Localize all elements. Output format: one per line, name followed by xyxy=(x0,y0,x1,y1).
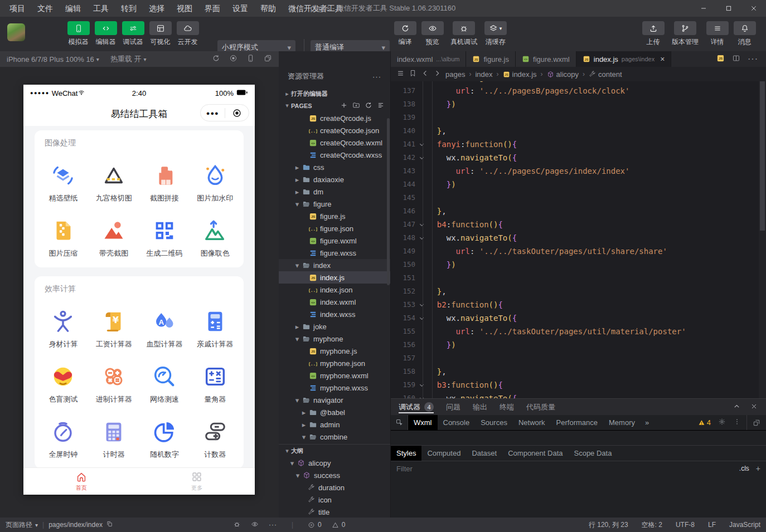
app-item-pick[interactable]: 图像取色 xyxy=(190,218,240,258)
tree-item-navigator[interactable]: ▾navigator xyxy=(279,394,390,406)
action-button-layers[interactable]: ▾清缓存 xyxy=(482,21,509,47)
tree-item-figure.js[interactable]: JSfigure.js xyxy=(279,210,390,222)
devtools-settings-button[interactable] xyxy=(718,418,726,427)
fold-toggle-icon[interactable] xyxy=(415,392,428,398)
tree-item-myphone.json[interactable]: {..}myphone.json xyxy=(279,357,390,369)
tree-item-myphone.wxml[interactable]: <>myphone.wxml xyxy=(279,369,390,382)
fold-toggle-icon[interactable] xyxy=(415,151,428,164)
app-item-water[interactable]: 图片加水印 xyxy=(190,163,240,203)
line-number[interactable]: 141 xyxy=(391,138,415,151)
code-editor[interactable]: 136 wx.navigateTo({137 url: '../../pages… xyxy=(391,81,766,398)
restart-button[interactable] xyxy=(212,54,220,64)
menubar-item[interactable]: 视图 xyxy=(171,0,198,17)
explorer-scrollbar[interactable] xyxy=(387,118,390,285)
outline-item-title[interactable]: title xyxy=(279,506,390,518)
menubar-item[interactable]: 工具 xyxy=(87,0,115,17)
tree-item-index[interactable]: ▾index xyxy=(279,259,390,271)
menubar-item[interactable]: 界面 xyxy=(198,0,226,17)
app-item-count[interactable]: 计数器 xyxy=(190,419,240,460)
app-item-shell[interactable]: 带壳截图 xyxy=(89,218,139,258)
line-number[interactable]: 152 xyxy=(391,285,415,298)
add-style-button[interactable]: + xyxy=(756,464,760,473)
warning-counter[interactable]: 0 xyxy=(332,521,346,529)
outline-toggle-icon[interactable] xyxy=(396,69,405,79)
tree-item-@babel[interactable]: ▸@babel xyxy=(279,406,390,418)
breadcrumb-item-index[interactable]: index xyxy=(475,70,492,79)
breadcrumb-item-content[interactable]: content xyxy=(589,70,622,79)
tree-item-joke[interactable]: ▸joke xyxy=(279,320,390,333)
tree-item-figure.json[interactable]: {..}figure.json xyxy=(279,222,390,235)
debugger-tab-代码质量[interactable]: 代码质量 xyxy=(526,399,555,415)
app-item-salary[interactable]: ¥工资计算器 xyxy=(89,309,139,349)
breadcrumb-item-index.js[interactable]: JSindex.js xyxy=(503,70,537,79)
open-editors-section[interactable]: ▸ 打开的编辑器 xyxy=(279,88,390,100)
tree-item-index.json[interactable]: {..}index.json xyxy=(279,284,390,296)
tree-item-figure.wxml[interactable]: <>figure.wxml xyxy=(279,235,390,247)
close-tab-icon[interactable]: × xyxy=(660,55,665,64)
outline-item-icon[interactable]: icon xyxy=(279,494,390,506)
tree-item-myphone.wxss[interactable]: myphone.wxss xyxy=(279,382,390,394)
app-item-timer[interactable]: 计时器 xyxy=(89,419,139,460)
line-number[interactable]: 160 xyxy=(391,392,415,398)
line-number[interactable]: 154 xyxy=(391,311,415,325)
menubar-item[interactable]: 项目 xyxy=(3,0,31,17)
line-number[interactable]: 147 xyxy=(391,218,415,231)
app-item-zip[interactable]: 图片压缩 xyxy=(38,218,89,258)
app-item-blind[interactable]: 色盲测试 xyxy=(38,364,89,404)
line-number[interactable]: 143 xyxy=(391,164,415,178)
action-button-upload[interactable]: 上传 xyxy=(639,21,667,47)
detach-button[interactable] xyxy=(264,54,272,64)
line-number[interactable]: 159 xyxy=(391,378,415,392)
menubar-item[interactable]: 设置 xyxy=(226,0,254,17)
popout-devtools-button[interactable] xyxy=(746,415,766,430)
navigate-back-icon[interactable] xyxy=(421,69,429,79)
tree-item-myphone.js[interactable]: JSmyphone.js xyxy=(279,345,390,357)
menubar-item[interactable]: 选择 xyxy=(143,0,171,17)
hot-reload-toggle[interactable]: 热重载 开▾ xyxy=(110,54,147,64)
page-path-select[interactable]: 页面路径▾ xyxy=(6,520,38,530)
line-number[interactable]: 142 xyxy=(391,151,415,164)
line-number[interactable]: 157 xyxy=(391,352,415,365)
app-item-rel[interactable]: 亲戚计算器 xyxy=(190,309,240,349)
debugger-tab-输出[interactable]: 输出 xyxy=(473,399,487,415)
tree-item-css[interactable]: ▸css xyxy=(279,161,390,173)
line-number[interactable]: 155 xyxy=(391,325,415,338)
line-number[interactable]: 158 xyxy=(391,365,415,378)
mode-button-sliders[interactable]: 调试器 xyxy=(119,21,147,47)
devtools-tab-Network[interactable]: Network xyxy=(513,415,551,430)
filter-input[interactable]: Filter xyxy=(396,465,413,473)
encoding-indicator[interactable]: UTF-8 xyxy=(676,521,695,529)
styles-tab-Styles[interactable]: Styles xyxy=(391,446,421,461)
styles-tab-Computed[interactable]: Computed xyxy=(421,446,466,461)
indentation-indicator[interactable]: 空格: 2 xyxy=(642,520,662,530)
pages-root-section[interactable]: ▾ PAGES xyxy=(279,100,390,111)
tree-item-createQrcode.wxml[interactable]: <>createQrcode.wxml xyxy=(279,136,390,149)
tree-item-index.wxml[interactable]: <>index.wxml xyxy=(279,296,390,308)
line-number[interactable]: 139 xyxy=(391,111,415,124)
styles-tab-Dataset[interactable]: Dataset xyxy=(466,446,502,461)
devtools-tab-Wxml[interactable]: Wxml xyxy=(408,415,438,430)
action-button-bell[interactable]: 消息 xyxy=(731,21,758,47)
device-select[interactable]: iPhone 6/7/8 Plus 100% 16▾ xyxy=(7,55,99,64)
tabbar-item-more[interactable]: 更多 xyxy=(139,468,255,495)
action-button-menu[interactable]: 详情 xyxy=(704,21,731,47)
line-number[interactable]: 145 xyxy=(391,191,415,204)
tree-item-createQrcode.js[interactable]: JScreateQrcode.js xyxy=(279,112,390,124)
tree-item-myphone[interactable]: ▾myphone xyxy=(279,333,390,345)
app-avatar[interactable] xyxy=(7,23,25,41)
action-button-branch[interactable]: 版本管理 xyxy=(667,21,704,47)
devtools-tab-Console[interactable]: Console xyxy=(438,415,476,430)
devtools-overflow-button[interactable]: » xyxy=(641,415,653,430)
line-number[interactable]: 150 xyxy=(391,258,415,271)
line-number[interactable]: 137 xyxy=(391,84,415,97)
app-item-base[interactable]: 进制计算器 xyxy=(89,364,139,404)
fold-toggle-icon[interactable] xyxy=(415,218,428,231)
cursor-position-indicator[interactable]: 行 120, 列 23 xyxy=(589,520,628,530)
inspect-element-button[interactable] xyxy=(391,415,408,430)
mode-button-cloud[interactable]: 云开发 xyxy=(174,21,201,47)
close-button[interactable] xyxy=(741,0,766,17)
line-number[interactable]: 144 xyxy=(391,178,415,191)
mode-button-code[interactable]: 编辑器 xyxy=(92,21,119,47)
styles-tab-Scope-Data[interactable]: Scope Data xyxy=(568,446,617,461)
fold-toggle-icon[interactable] xyxy=(415,138,428,151)
